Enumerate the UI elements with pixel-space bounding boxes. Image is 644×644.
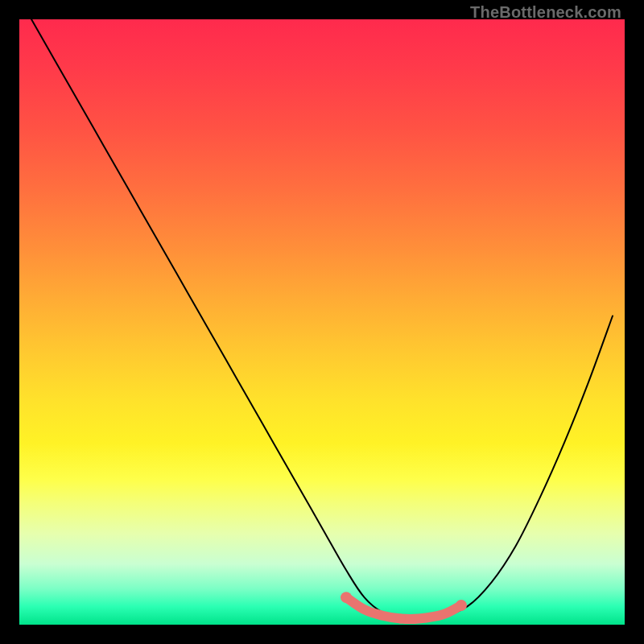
highlight-end-dot [456, 600, 467, 611]
highlight-mid-dot [396, 613, 406, 623]
plot-area [19, 19, 625, 625]
curve-svg [19, 19, 625, 625]
chart-frame: TheBottleneck.com [0, 0, 644, 644]
bottleneck-curve [31, 19, 613, 619]
highlight-end-dot [341, 592, 352, 603]
